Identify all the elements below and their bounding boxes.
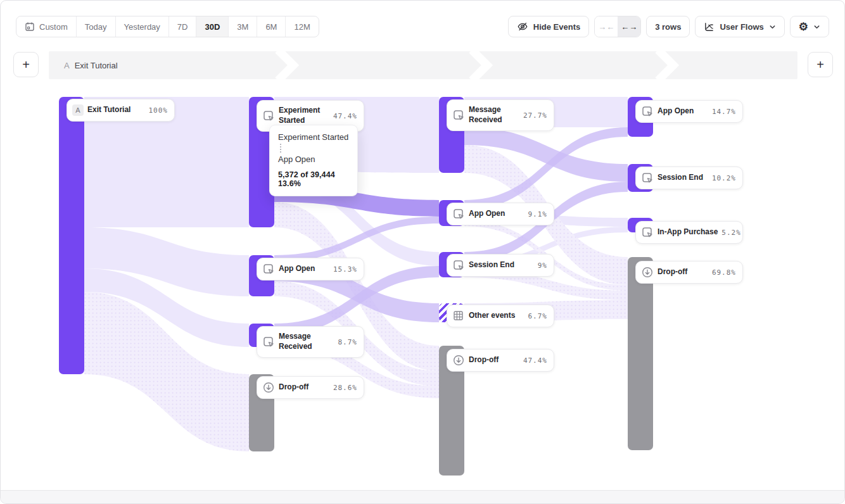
node-card-message-received-c3[interactable]: Message Received 27.7% — [447, 99, 554, 131]
event-click-icon — [452, 259, 465, 272]
node-card-exit-tutorial[interactable]: A Exit Tutorial 100% — [67, 99, 175, 122]
node-card-app-open-c3[interactable]: App Open 9.1% — [447, 203, 554, 225]
other-events-grid-icon — [452, 310, 465, 322]
node-card-dropoff-c4[interactable]: Drop-off 69.8% — [635, 261, 743, 284]
dropoff-icon — [262, 381, 275, 394]
tooltip-to-event: App Open — [278, 154, 349, 164]
node-card-app-open-c2[interactable]: App Open 15.3% — [257, 258, 364, 280]
dropoff-icon — [452, 354, 465, 367]
sankey-flow-ribbons — [1, 1, 845, 504]
node-card-message-received-c2[interactable]: Message Received 8.7% — [257, 326, 364, 358]
event-click-icon — [452, 208, 465, 220]
event-click-icon — [262, 336, 275, 348]
node-card-other-events-c3[interactable]: Other events 6.7% — [447, 305, 554, 327]
event-click-icon — [262, 263, 275, 275]
event-click-icon — [262, 110, 275, 122]
node-card-dropoff-c2[interactable]: Drop-off 28.6% — [257, 376, 364, 399]
sankey-bar-exit-tutorial[interactable] — [59, 97, 84, 374]
tooltip-from-event: Experiment Started — [278, 132, 349, 142]
event-click-icon — [641, 226, 654, 239]
event-click-icon — [641, 172, 654, 184]
node-card-app-open-c4[interactable]: App Open 14.7% — [635, 100, 743, 123]
node-card-session-end-c4[interactable]: Session End 10.2% — [635, 167, 743, 189]
event-click-icon — [641, 105, 654, 118]
tooltip-flow-connector — [280, 144, 349, 153]
event-click-icon — [452, 109, 465, 122]
sankey-bar-dropoff-c4[interactable] — [628, 257, 653, 450]
step-letter-badge: A — [72, 104, 84, 116]
node-card-dropoff-c3[interactable]: Drop-off 47.4% — [447, 349, 554, 372]
node-card-session-end-c3[interactable]: Session End 9% — [447, 254, 554, 277]
dropoff-icon — [641, 266, 654, 279]
node-card-in-app-purchase-c4[interactable]: In-App Purchase 5.2% — [635, 221, 743, 244]
user-flows-window: Custom Today Yesterday 7D 30D 3M 6M 12M … — [0, 0, 845, 504]
tooltip-stats: 5,372 of 39,444 13.6% — [278, 170, 349, 188]
flow-tooltip: Experiment Started App Open 5,372 of 39,… — [269, 125, 358, 196]
